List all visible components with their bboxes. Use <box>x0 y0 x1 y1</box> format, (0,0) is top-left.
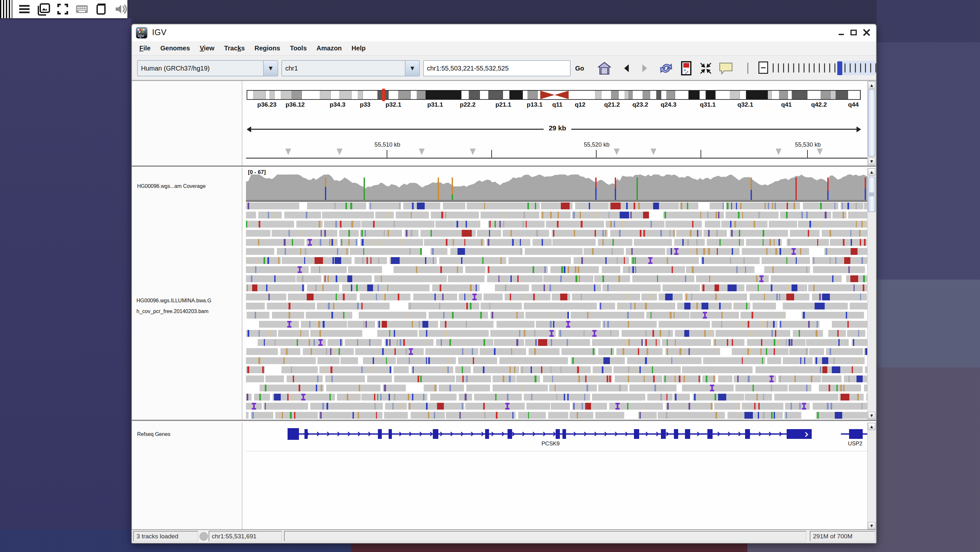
gene-exon[interactable] <box>389 429 392 439</box>
aligned-read[interactable] <box>571 357 625 364</box>
aligned-read[interactable] <box>439 257 506 264</box>
roi-marker-icon[interactable] <box>817 148 823 155</box>
aligned-read[interactable] <box>663 375 701 382</box>
aligned-read[interactable] <box>552 230 608 237</box>
aligned-read[interactable] <box>778 375 821 382</box>
aligned-read[interactable] <box>541 212 570 219</box>
aligned-read[interactable] <box>465 266 485 273</box>
chromosome-select-arrow-icon[interactable]: ▼ <box>405 61 419 76</box>
aligned-read[interactable] <box>707 239 744 246</box>
zoom-tick[interactable] <box>814 64 815 72</box>
menu-icon[interactable] <box>18 2 31 16</box>
aligned-read[interactable] <box>631 257 699 264</box>
aligned-read[interactable] <box>802 312 864 319</box>
aligned-read[interactable] <box>592 339 643 346</box>
aligned-read[interactable] <box>850 303 869 310</box>
aligned-read[interactable] <box>339 230 359 237</box>
aligned-read[interactable] <box>693 394 744 400</box>
aligned-read[interactable] <box>676 230 703 237</box>
aligned-read[interactable] <box>784 412 802 419</box>
aligned-read[interactable] <box>785 403 810 410</box>
aligned-read[interactable] <box>439 384 465 391</box>
aligned-read[interactable] <box>822 375 842 382</box>
aligned-read[interactable] <box>484 294 503 300</box>
aligned-read[interactable] <box>741 312 786 319</box>
aligned-read[interactable] <box>306 239 337 246</box>
aligned-read[interactable] <box>350 248 422 255</box>
aligned-read[interactable] <box>826 348 863 355</box>
close-button[interactable] <box>862 28 872 37</box>
aligned-read[interactable] <box>272 230 337 237</box>
aligned-read[interactable] <box>455 366 471 373</box>
aligned-read[interactable] <box>701 257 760 264</box>
aligned-read[interactable] <box>345 339 382 346</box>
gene-exon[interactable] <box>508 429 512 439</box>
aligned-read[interactable] <box>480 212 540 219</box>
aligned-read[interactable] <box>551 403 570 410</box>
aligned-read[interactable] <box>288 294 357 300</box>
aligned-read[interactable] <box>246 412 248 419</box>
aligned-read[interactable] <box>509 257 571 264</box>
aligned-read[interactable] <box>622 330 673 337</box>
chromosome-select[interactable]: chr1 ▼ <box>282 60 420 77</box>
aligned-read[interactable] <box>659 294 682 300</box>
aligned-read[interactable] <box>762 257 810 264</box>
aligned-read[interactable] <box>490 330 555 337</box>
aligned-read[interactable] <box>809 348 824 355</box>
menu-amazon[interactable]: Amazon <box>312 45 347 52</box>
gene-exon[interactable] <box>849 429 863 439</box>
aligned-read[interactable] <box>549 384 597 391</box>
aligned-read[interactable] <box>326 384 380 391</box>
aligned-read[interactable] <box>259 321 299 328</box>
zoom-tick[interactable] <box>809 64 810 72</box>
aligned-read[interactable] <box>267 303 315 310</box>
screenshot-icon[interactable] <box>37 2 51 16</box>
aligned-read[interactable] <box>725 212 778 219</box>
aligned-read[interactable] <box>495 284 529 291</box>
aligned-read[interactable] <box>721 221 767 228</box>
aligned-read[interactable] <box>789 348 808 355</box>
tooltip-button[interactable] <box>718 61 734 76</box>
aligned-read[interactable] <box>246 294 286 300</box>
aligned-read[interactable] <box>832 212 847 219</box>
aligned-read[interactable] <box>546 221 604 228</box>
aligned-read[interactable] <box>756 366 826 373</box>
aligned-read[interactable] <box>425 348 478 355</box>
roi-marker-icon[interactable] <box>337 148 342 155</box>
aligned-read[interactable] <box>459 394 472 400</box>
aligned-read[interactable] <box>701 284 745 291</box>
zoom-tick[interactable] <box>870 64 871 72</box>
aligned-read[interactable] <box>659 321 710 328</box>
aligned-read[interactable] <box>819 384 861 391</box>
aligned-read[interactable] <box>246 403 262 410</box>
aligned-read[interactable] <box>783 357 813 364</box>
aligned-read[interactable] <box>360 294 410 300</box>
aligned-read[interactable] <box>716 330 790 337</box>
aligned-read[interactable] <box>812 257 869 264</box>
menu-tracks[interactable]: Tracks <box>220 45 250 52</box>
aligned-read[interactable] <box>674 239 705 246</box>
aligned-read[interactable] <box>696 275 769 282</box>
fit-to-window-button[interactable] <box>698 61 713 76</box>
gene-exon[interactable] <box>433 429 438 439</box>
aligned-read[interactable] <box>487 266 548 273</box>
aligned-read[interactable] <box>393 266 463 273</box>
gene-exon[interactable] <box>685 429 690 439</box>
aligned-read[interactable] <box>771 275 842 282</box>
aligned-read[interactable] <box>403 203 440 209</box>
aligned-read[interactable] <box>246 275 296 282</box>
aligned-read[interactable] <box>594 275 630 282</box>
aligned-read[interactable] <box>663 284 700 291</box>
aligned-read[interactable] <box>390 257 437 264</box>
aligned-read[interactable] <box>296 275 321 282</box>
gene-label-pcsk9[interactable]: PCSK9 <box>542 440 560 447</box>
aligned-read[interactable] <box>548 412 568 419</box>
aligned-read[interactable] <box>258 212 282 219</box>
aligned-read[interactable] <box>524 303 597 310</box>
aligned-read[interactable] <box>518 412 546 419</box>
aligned-read[interactable] <box>264 403 308 410</box>
aligned-read[interactable] <box>524 394 590 400</box>
aligned-read[interactable] <box>647 394 673 400</box>
aligned-read[interactable] <box>480 303 522 310</box>
zoom-tick[interactable] <box>875 64 877 72</box>
